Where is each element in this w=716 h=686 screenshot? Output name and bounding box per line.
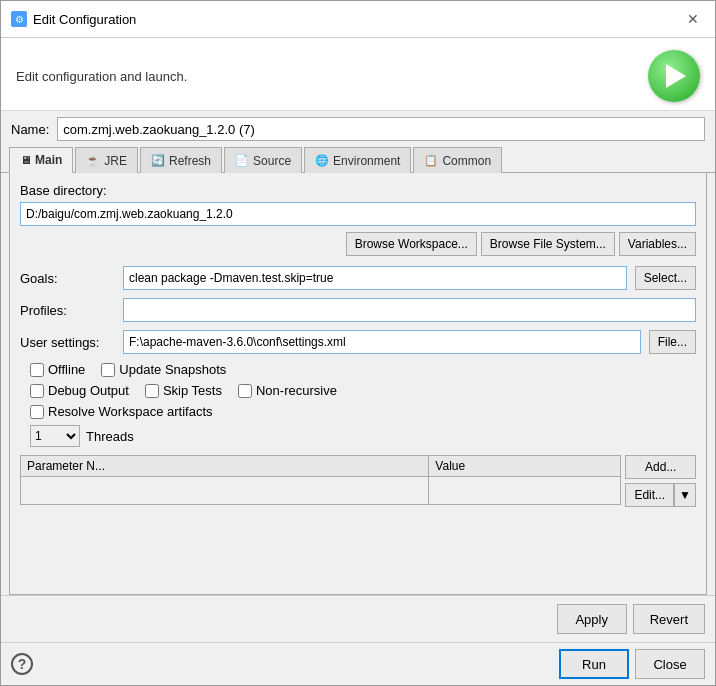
edit-dropdown-button[interactable]: ▼ bbox=[674, 483, 696, 507]
add-button[interactable]: Add... bbox=[625, 455, 696, 479]
tab-main[interactable]: 🖥 Main bbox=[9, 147, 73, 173]
tab-refresh[interactable]: 🔄 Refresh bbox=[140, 147, 222, 173]
edit-configuration-dialog: ⚙ Edit Configuration ✕ Edit configuratio… bbox=[0, 0, 716, 686]
close-dialog-button[interactable]: ✕ bbox=[681, 7, 705, 31]
tab-source-label: Source bbox=[253, 154, 291, 168]
profiles-row: Profiles: bbox=[20, 298, 696, 322]
browse-filesystem-button[interactable]: Browse File System... bbox=[481, 232, 615, 256]
base-directory-input[interactable] bbox=[20, 202, 696, 226]
base-directory-label: Base directory: bbox=[20, 183, 696, 198]
apply-revert-bar: Apply Revert bbox=[1, 595, 715, 642]
debug-output-label: Debug Output bbox=[48, 383, 129, 398]
threads-select[interactable]: 1 2 4 8 bbox=[30, 425, 80, 447]
profiles-input[interactable] bbox=[123, 298, 696, 322]
resolve-workspace-checkbox[interactable] bbox=[30, 405, 44, 419]
tab-environment-icon: 🌐 bbox=[315, 154, 329, 167]
edit-button[interactable]: Edit... bbox=[625, 483, 674, 507]
offline-checkbox[interactable] bbox=[30, 363, 44, 377]
run-button[interactable]: Run bbox=[559, 649, 629, 679]
tab-source[interactable]: 📄 Source bbox=[224, 147, 302, 173]
help-icon[interactable]: ? bbox=[11, 653, 33, 675]
tab-jre-icon: ☕ bbox=[86, 154, 100, 167]
update-snapshots-label: Update Snapshots bbox=[119, 362, 226, 377]
table-empty-cell-2 bbox=[429, 477, 621, 505]
params-table: Parameter N... Value bbox=[20, 455, 621, 505]
user-settings-file-button[interactable]: File... bbox=[649, 330, 696, 354]
checkboxes-row-1: Offline Update Snapshots bbox=[20, 362, 696, 377]
user-settings-row: User settings: File... bbox=[20, 330, 696, 354]
tab-main-icon: 🖥 bbox=[20, 154, 31, 166]
table-actions: Add... Edit... ▼ bbox=[625, 455, 696, 513]
base-directory-row bbox=[20, 202, 696, 226]
update-snapshots-checkbox[interactable] bbox=[101, 363, 115, 377]
checkbox-non-recursive: Non-recursive bbox=[238, 383, 337, 398]
debug-output-checkbox[interactable] bbox=[30, 384, 44, 398]
name-row: Name: bbox=[1, 111, 715, 147]
tab-environment-label: Environment bbox=[333, 154, 400, 168]
tab-jre[interactable]: ☕ JRE bbox=[75, 147, 138, 173]
title-bar: ⚙ Edit Configuration ✕ bbox=[1, 1, 715, 38]
revert-button[interactable]: Revert bbox=[633, 604, 705, 634]
dialog-icon: ⚙ bbox=[11, 11, 27, 27]
header-description: Edit configuration and launch. bbox=[16, 69, 187, 84]
tab-common-label: Common bbox=[442, 154, 491, 168]
checkbox-update-snapshots: Update Snapshots bbox=[101, 362, 226, 377]
apply-button[interactable]: Apply bbox=[557, 604, 627, 634]
checkbox-resolve-workspace: Resolve Workspace artifacts bbox=[30, 404, 213, 419]
non-recursive-checkbox[interactable] bbox=[238, 384, 252, 398]
dialog-title: Edit Configuration bbox=[33, 12, 136, 27]
user-settings-input[interactable] bbox=[123, 330, 641, 354]
checkbox-debug-output: Debug Output bbox=[30, 383, 129, 398]
browse-workspace-button[interactable]: Browse Workspace... bbox=[346, 232, 477, 256]
tabs-bar: 🖥 Main ☕ JRE 🔄 Refresh 📄 Source 🌐 Enviro… bbox=[1, 147, 715, 173]
params-table-area: Parameter N... Value Add... Edit.. bbox=[20, 455, 696, 513]
col-parameter: Parameter N... bbox=[21, 456, 429, 477]
footer-bar: ? Run Close bbox=[1, 642, 715, 685]
title-bar-left: ⚙ Edit Configuration bbox=[11, 11, 136, 27]
threads-row: 1 2 4 8 Threads bbox=[20, 425, 696, 447]
table-empty-row bbox=[21, 477, 621, 505]
table-empty-cell-1 bbox=[21, 477, 429, 505]
resolve-workspace-label: Resolve Workspace artifacts bbox=[48, 404, 213, 419]
threads-label: Threads bbox=[86, 429, 134, 444]
checkbox-skip-tests: Skip Tests bbox=[145, 383, 222, 398]
skip-tests-checkbox[interactable] bbox=[145, 384, 159, 398]
profiles-label: Profiles: bbox=[20, 303, 115, 318]
goals-label: Goals: bbox=[20, 271, 115, 286]
col-value: Value bbox=[429, 456, 621, 477]
offline-label: Offline bbox=[48, 362, 85, 377]
tab-common-icon: 📋 bbox=[424, 154, 438, 167]
tab-refresh-label: Refresh bbox=[169, 154, 211, 168]
name-label: Name: bbox=[11, 122, 49, 137]
user-settings-label: User settings: bbox=[20, 335, 115, 350]
run-icon bbox=[648, 50, 700, 102]
checkboxes-row-2: Debug Output Skip Tests Non-recursive bbox=[20, 383, 696, 398]
tab-environment[interactable]: 🌐 Environment bbox=[304, 147, 411, 173]
goals-select-button[interactable]: Select... bbox=[635, 266, 696, 290]
goals-input[interactable] bbox=[123, 266, 627, 290]
skip-tests-label: Skip Tests bbox=[163, 383, 222, 398]
goals-row: Goals: Select... bbox=[20, 266, 696, 290]
checkboxes-row-3: Resolve Workspace artifacts bbox=[20, 404, 696, 419]
variables-button[interactable]: Variables... bbox=[619, 232, 696, 256]
header-area: Edit configuration and launch. bbox=[1, 38, 715, 111]
name-input[interactable] bbox=[57, 117, 705, 141]
tab-common[interactable]: 📋 Common bbox=[413, 147, 502, 173]
tab-source-icon: 📄 bbox=[235, 154, 249, 167]
content-area: Base directory: Browse Workspace... Brow… bbox=[9, 173, 707, 595]
footer-actions: Run Close bbox=[559, 649, 705, 679]
footer-close-button[interactable]: Close bbox=[635, 649, 705, 679]
tab-refresh-icon: 🔄 bbox=[151, 154, 165, 167]
checkbox-offline: Offline bbox=[30, 362, 85, 377]
tab-jre-label: JRE bbox=[104, 154, 127, 168]
edit-dropdown-group: Edit... ▼ bbox=[625, 483, 696, 507]
tab-main-label: Main bbox=[35, 153, 62, 167]
params-table-wrapper: Parameter N... Value bbox=[20, 455, 621, 513]
non-recursive-label: Non-recursive bbox=[256, 383, 337, 398]
browse-buttons-row: Browse Workspace... Browse File System..… bbox=[20, 232, 696, 256]
